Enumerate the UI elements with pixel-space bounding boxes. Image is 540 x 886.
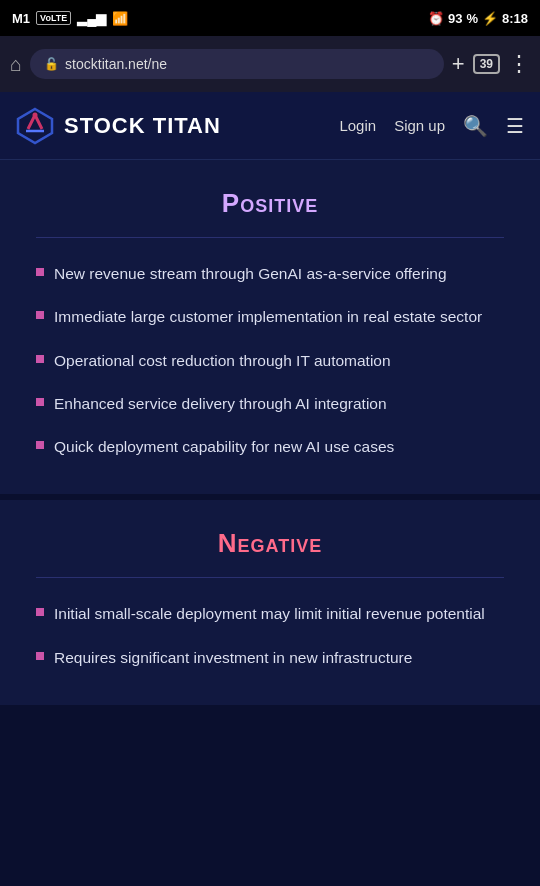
positive-item-2: Immediate large customer implementation …	[54, 305, 482, 328]
logo-icon	[16, 107, 54, 145]
svg-point-1	[33, 112, 38, 117]
positive-divider	[36, 237, 504, 238]
negative-divider	[36, 577, 504, 578]
positive-item-3: Operational cost reduction through IT au…	[54, 349, 391, 372]
lock-icon: 🔓	[44, 57, 59, 71]
tab-count-badge[interactable]: 39	[473, 54, 500, 74]
hamburger-menu-icon[interactable]: ☰	[506, 114, 524, 138]
negative-title: Negative	[36, 528, 504, 559]
status-right: ⏰ 93% ⚡ 8:18	[428, 11, 528, 26]
browser-bar: ⌂ 🔓 stocktitan.net/ne + 39 ⋮	[0, 36, 540, 92]
bullet-icon	[36, 268, 44, 276]
url-bar[interactable]: 🔓 stocktitan.net/ne	[30, 49, 444, 79]
positive-title: Positive	[36, 188, 504, 219]
list-item: Requires significant investment in new i…	[36, 646, 504, 669]
signup-link[interactable]: Sign up	[394, 117, 445, 134]
charging-icon: ⚡	[482, 11, 498, 26]
positive-section: Positive New revenue stream through GenA…	[0, 160, 540, 500]
home-icon[interactable]: ⌂	[10, 53, 22, 76]
bullet-icon	[36, 608, 44, 616]
negative-item-1: Initial small-scale deployment may limit…	[54, 602, 485, 625]
status-left: M1 VoLTE ▂▄▆ 📶	[12, 11, 128, 26]
list-item: Enhanced service delivery through AI int…	[36, 392, 504, 415]
login-link[interactable]: Login	[339, 117, 376, 134]
navbar: STOCK TITAN Login Sign up 🔍 ☰	[0, 92, 540, 160]
url-text: stocktitan.net/ne	[65, 56, 167, 72]
nav-links: Login Sign up 🔍 ☰	[339, 114, 524, 138]
list-item: Quick deployment capability for new AI u…	[36, 435, 504, 458]
bullet-icon	[36, 398, 44, 406]
browser-menu-button[interactable]: ⋮	[508, 51, 530, 77]
negative-item-2: Requires significant investment in new i…	[54, 646, 412, 669]
positive-item-4: Enhanced service delivery through AI int…	[54, 392, 387, 415]
time-label: 8:18	[502, 11, 528, 26]
battery-percent: 93	[448, 11, 462, 26]
carrier-label: M1	[12, 11, 30, 26]
positive-item-1: New revenue stream through GenAI as-a-se…	[54, 262, 447, 285]
list-item: Operational cost reduction through IT au…	[36, 349, 504, 372]
main-content: Positive New revenue stream through GenA…	[0, 160, 540, 711]
bullet-icon	[36, 652, 44, 660]
bullet-icon	[36, 355, 44, 363]
list-item: Immediate large customer implementation …	[36, 305, 504, 328]
list-item: New revenue stream through GenAI as-a-se…	[36, 262, 504, 285]
signal-icon: ▂▄▆	[77, 11, 106, 26]
logo-text: STOCK TITAN	[64, 113, 221, 139]
alarm-icon: ⏰	[428, 11, 444, 26]
volte-badge: VoLTE	[36, 11, 71, 25]
bullet-icon	[36, 441, 44, 449]
new-tab-button[interactable]: +	[452, 51, 465, 77]
negative-section: Negative Initial small-scale deployment …	[0, 500, 540, 711]
search-icon[interactable]: 🔍	[463, 114, 488, 138]
status-bar: M1 VoLTE ▂▄▆ 📶 ⏰ 93% ⚡ 8:18	[0, 0, 540, 36]
bullet-icon	[36, 311, 44, 319]
positive-list: New revenue stream through GenAI as-a-se…	[36, 262, 504, 458]
list-item: Initial small-scale deployment may limit…	[36, 602, 504, 625]
logo-area: STOCK TITAN	[16, 107, 339, 145]
negative-list: Initial small-scale deployment may limit…	[36, 602, 504, 669]
wifi-icon: 📶	[112, 11, 128, 26]
positive-item-5: Quick deployment capability for new AI u…	[54, 435, 394, 458]
